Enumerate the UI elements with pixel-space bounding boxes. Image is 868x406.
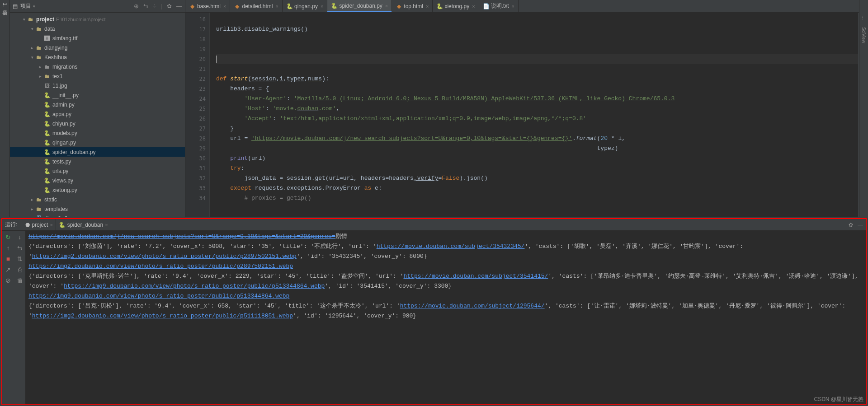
editor-tab[interactable]: 🐍qingan.py× [283, 0, 327, 12]
editor-tab[interactable]: 🐍xietong.py× [433, 0, 479, 12]
tree-item[interactable]: 🐍__init__.py [10, 90, 185, 100]
close-icon[interactable]: × [385, 3, 388, 9]
tree-item[interactable]: 🐍models.py [10, 128, 185, 138]
tree-item[interactable]: 🐍apps.py [10, 109, 185, 119]
tree-item-label: views.py [52, 177, 73, 184]
close-icon[interactable]: × [321, 4, 323, 9]
editor-tab[interactable]: 📄说明.txt× [479, 0, 519, 12]
code-line[interactable] [216, 34, 858, 44]
close-icon[interactable]: × [223, 4, 226, 9]
expand-arrow-icon[interactable]: ▸ [37, 65, 43, 69]
tree-item[interactable]: 🐍spider_douban.py [10, 147, 185, 157]
tree-item[interactable]: ▸🖿static [10, 195, 185, 204]
code-line[interactable]: def start(session,i,typez,nums): [216, 74, 858, 84]
expand-icon[interactable]: ⇆ [143, 3, 148, 9]
code-line[interactable] [216, 44, 858, 54]
editor-tab[interactable]: ◆base.html× [185, 0, 230, 12]
project-dropdown-icon[interactable]: ▤ [13, 3, 18, 9]
code-line[interactable]: urllib3.disable_warnings() [216, 24, 858, 34]
tree-item[interactable]: ▸🖿migrations [10, 62, 185, 71]
tree-item-label: 11.jpg [52, 83, 67, 89]
close-icon[interactable]: × [105, 222, 108, 228]
editor-body[interactable]: urllib3.disable_warnings() def start(ses… [210, 13, 858, 217]
tree-item[interactable]: ▾🖿Keshihua [10, 52, 185, 62]
right-tab-1[interactable]: … [861, 14, 867, 22]
tree-item[interactable]: ▸🖿tex1 [10, 71, 185, 81]
code-line[interactable]: 'User-Agent': 'Mozilla/5.0 (Linux; Andro… [216, 94, 858, 104]
code-line[interactable] [216, 64, 858, 74]
run-action2-3[interactable]: ⎙ [15, 265, 24, 274]
code-line[interactable]: 'Accept': 'text/html,application/xhtml+x… [216, 114, 858, 124]
tab-label: top.html [404, 3, 423, 9]
run-action2-2[interactable]: ⇅ [15, 254, 24, 263]
tree-item[interactable]: ▾🖿projectE:\01zhuomian\project [10, 14, 185, 24]
tree-item[interactable]: 🐍admin.py [10, 100, 185, 109]
close-icon[interactable]: × [276, 4, 278, 9]
code-line[interactable]: # proxies = getip() [216, 193, 858, 203]
tree-item[interactable]: ▾🖿data [10, 24, 185, 33]
expand-arrow-icon[interactable]: ▸ [29, 197, 35, 202]
expand-arrow-icon[interactable]: ▸ [29, 46, 35, 50]
hide-icon[interactable]: — [858, 222, 863, 228]
close-icon[interactable]: × [512, 4, 514, 9]
run-action-4[interactable]: ⊘ [4, 276, 13, 285]
expand-arrow-icon[interactable]: ▾ [29, 27, 35, 31]
tree-item-label: static [44, 196, 57, 203]
run-action2-1[interactable]: ⇆ [15, 243, 24, 252]
tree-item[interactable]: ▸🖿templates [10, 204, 185, 214]
code-line[interactable]: json_data = session.get(url=url, headers… [216, 173, 858, 183]
code-line[interactable]: except requests.exceptions.ProxyError as… [216, 183, 858, 193]
close-icon[interactable]: × [472, 4, 475, 9]
gear-icon[interactable]: ✿ [167, 3, 172, 9]
console-output[interactable]: https://movie.douban.com/j/new_search_su… [26, 231, 866, 404]
tree-item[interactable]: ▸🖿diangying [10, 43, 185, 52]
code-line[interactable]: } [216, 124, 858, 134]
tree-item[interactable]: 🅰simfang.ttf [10, 33, 185, 43]
run-action-2[interactable]: ■ [4, 254, 13, 263]
code-line[interactable]: try: [216, 163, 858, 173]
code-line[interactable]: 'Host': 'movie.douban.com', [216, 104, 858, 114]
run-action2-0[interactable]: ↓ [15, 233, 24, 242]
run-action-1[interactable]: ↑ [4, 243, 13, 252]
tree-item[interactable]: 🐍chiyun.py [10, 119, 185, 128]
editor-tab[interactable]: 🐍spider_douban.py× [327, 0, 392, 12]
chevron-down-icon[interactable]: ▾ [33, 4, 35, 9]
code-editor[interactable]: 16171819202122232425262728293031323334 u… [185, 13, 858, 217]
sidebar-title: 项目 [20, 2, 31, 10]
code-line[interactable] [216, 54, 858, 64]
editor-tab[interactable]: ◆top.html× [392, 0, 433, 12]
code-line[interactable]: print(url) [216, 154, 858, 163]
code-line[interactable]: url = 'https://movie.douban.com/j/new_se… [216, 134, 858, 144]
code-line[interactable] [216, 14, 858, 24]
tree-item[interactable]: 🐍views.py [10, 176, 185, 185]
gear-icon[interactable]: ✿ [849, 222, 853, 228]
close-icon[interactable]: × [50, 222, 52, 228]
run-action-0[interactable]: ↻ [4, 233, 13, 242]
tree-item[interactable]: 🐍qingan.py [10, 138, 185, 147]
project-tree[interactable]: ▾🖿projectE:\01zhuomian\project▾🖿data🅰sim… [10, 13, 185, 217]
tree-item-label: xietong.py [52, 187, 77, 193]
tree-item[interactable]: 🗄db.sqlite3 [10, 214, 185, 217]
tree-item[interactable]: 🐍tests.py [10, 157, 185, 166]
tree-item[interactable]: 🐍xietong.py [10, 185, 185, 195]
expand-arrow-icon[interactable]: ▸ [29, 207, 35, 211]
code-line[interactable]: headers = { [216, 84, 858, 94]
editor-tab[interactable]: ◆detailed.html× [230, 0, 282, 12]
sciview-tab[interactable]: SciView [861, 25, 867, 45]
hide-icon[interactable]: — [176, 3, 182, 9]
run-tab[interactable]: ⬣ project × [23, 219, 56, 231]
expand-arrow-icon[interactable]: ▸ [37, 74, 43, 79]
tree-item[interactable]: 🖼11.jpg [10, 81, 185, 90]
code-line[interactable]: typez) [216, 144, 858, 154]
collapse-icon[interactable]: ÷ [153, 3, 156, 9]
project-tool-tab[interactable]: 1.项目 [0, 0, 9, 9]
run-tab[interactable]: 🐍 spider_douban × [56, 219, 111, 231]
run-action-3[interactable]: ↗ [4, 265, 13, 274]
expand-arrow-icon[interactable]: ▾ [29, 55, 35, 60]
locate-icon[interactable]: ⊕ [134, 3, 139, 9]
tree-item[interactable]: 🐍urls.py [10, 166, 185, 176]
expand-arrow-icon[interactable]: ▾ [21, 17, 27, 22]
close-icon[interactable]: × [426, 4, 429, 9]
tree-item-label: __init__.py [52, 92, 79, 98]
run-action2-4[interactable]: 🗑 [15, 276, 24, 285]
